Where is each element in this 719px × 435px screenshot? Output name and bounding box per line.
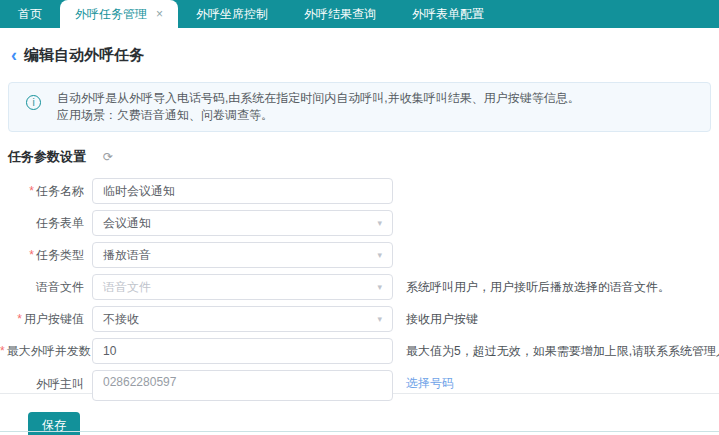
- field-label: *用户按键值: [0, 311, 92, 328]
- voice-file-hint: 系统呼叫用户，用户接听后播放选择的语音文件。: [406, 279, 670, 296]
- chevron-down-icon: ▾: [377, 219, 382, 228]
- required-mark: *: [17, 312, 22, 326]
- task-name-input[interactable]: [92, 178, 393, 204]
- tab-outbound-form-config[interactable]: 外呼表单配置: [394, 0, 502, 28]
- form-row-task-type: *任务类型 播放语音 ▾: [0, 242, 719, 268]
- voice-file-select[interactable]: 语音文件 ▾: [92, 274, 393, 300]
- close-icon[interactable]: ×: [156, 8, 163, 20]
- task-type-select[interactable]: 播放语音 ▾: [92, 242, 393, 268]
- info-icon: i: [26, 95, 41, 110]
- field-label: 外呼主叫: [0, 376, 92, 393]
- required-mark: *: [0, 344, 5, 358]
- select-value: 会议通知: [103, 215, 151, 232]
- field-label: *最大外呼并发数: [0, 343, 92, 360]
- section-title: 任务参数设置: [8, 148, 86, 166]
- select-value: 播放语音: [103, 247, 151, 264]
- chevron-down-icon: ▾: [377, 251, 382, 260]
- tab-outbound-agent-control[interactable]: 外呼坐席控制: [178, 0, 286, 28]
- task-params-form: *任务名称 任务表单 会议通知 ▾ *任务类型 播放语音 ▾ 语音文件 语音文件…: [0, 178, 719, 401]
- back-icon[interactable]: ‹: [11, 46, 17, 64]
- section-header: 任务参数设置 ⟳: [8, 148, 719, 166]
- select-placeholder: 语音文件: [103, 279, 151, 296]
- field-label: *任务类型: [0, 247, 92, 264]
- task-form-select[interactable]: 会议通知 ▾: [92, 210, 393, 236]
- choose-number-link[interactable]: 选择号码: [406, 375, 454, 392]
- field-label: *任务名称: [0, 183, 92, 200]
- required-mark: *: [29, 184, 34, 198]
- max-concurrency-hint: 最大值为5，超过无效，如果需要增加上限,请联系系统管理人员。: [406, 343, 719, 360]
- form-row-voice-file: 语音文件 语音文件 ▾ 系统呼叫用户，用户接听后播放选择的语音文件。: [0, 274, 719, 300]
- user-key-hint: 接收用户按键: [406, 311, 478, 328]
- chevron-down-icon: ▾: [377, 283, 382, 292]
- notice-line-2: 应用场景：欠费语音通知、问卷调查等。: [57, 107, 698, 124]
- page-bottom-divider: [0, 431, 719, 432]
- form-row-task-form: 任务表单 会议通知 ▾: [0, 210, 719, 236]
- select-value: 不接收: [103, 311, 139, 328]
- form-row-user-key: *用户按键值 不接收 ▾ 接收用户按键: [0, 306, 719, 332]
- page-title: 编辑自动外呼任务: [24, 46, 144, 65]
- notice-box: i 自动外呼是从外呼导入电话号码,由系统在指定时间内自动呼叫,并收集呼叫结果、用…: [8, 82, 711, 132]
- form-row-caller-number: 外呼主叫 选择号码: [0, 370, 719, 401]
- max-concurrency-input[interactable]: [92, 338, 393, 364]
- form-row-max-concurrency: *最大外呼并发数 最大值为5，超过无效，如果需要增加上限,请联系系统管理人员。: [0, 338, 719, 364]
- tab-outbound-task-management[interactable]: 外呼任务管理 ×: [60, 0, 178, 28]
- notice-line-1: 自动外呼是从外呼导入电话号码,由系统在指定时间内自动呼叫,并收集呼叫结果、用户按…: [57, 90, 698, 107]
- field-label: 任务表单: [0, 215, 92, 232]
- required-mark: *: [29, 248, 34, 262]
- chevron-down-icon: ▾: [377, 315, 382, 324]
- top-nav-tabs: 首页 外呼任务管理 × 外呼坐席控制 外呼结果查询 外呼表单配置: [0, 0, 719, 28]
- page-header: ‹ 编辑自动外呼任务: [0, 28, 719, 65]
- refresh-icon[interactable]: ⟳: [103, 150, 113, 164]
- field-label: 语音文件: [0, 279, 92, 296]
- caller-number-input[interactable]: [92, 370, 393, 401]
- tab-label: 外呼任务管理: [75, 0, 147, 28]
- form-row-task-name: *任务名称: [0, 178, 719, 204]
- user-key-select[interactable]: 不接收 ▾: [92, 306, 393, 332]
- tab-home[interactable]: 首页: [0, 0, 60, 28]
- tab-outbound-result-query[interactable]: 外呼结果查询: [286, 0, 394, 28]
